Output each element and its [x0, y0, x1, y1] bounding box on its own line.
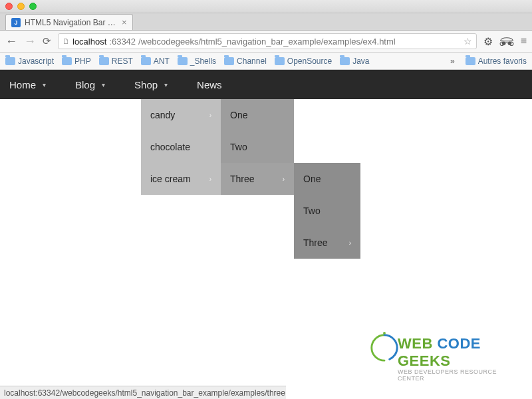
- dropdown-item-label: Two: [230, 142, 247, 152]
- nav-item-shop[interactable]: Shop ▾: [134, 79, 168, 90]
- bookmark-overflow-icon[interactable]: »: [450, 57, 455, 66]
- page-icon: 🗋: [63, 37, 70, 45]
- browser-tab-active[interactable]: J HTML5 Navigation Bar Exa ×: [5, 14, 133, 30]
- chevron-right-icon: ›: [349, 239, 351, 247]
- browser-toolbar: ← → ⟳ 🗋 localhost:63342/webcodegeeks/htm…: [0, 31, 532, 53]
- bookmarks-bar: Javascript PHP REST ANT _Shells Channel …: [0, 53, 532, 70]
- folder-icon: [99, 57, 109, 65]
- chevron-down-icon: ▾: [102, 81, 105, 88]
- dropdown-three: One Two Three ›: [294, 163, 360, 259]
- nav-item-home[interactable]: Home ▾: [9, 79, 46, 90]
- dropdown-item-label: Two: [303, 205, 321, 216]
- svg-point-1: [507, 42, 511, 46]
- dropdown-item-label: One: [303, 174, 321, 184]
- bookmark-opensource[interactable]: OpenSource: [275, 57, 332, 66]
- folder-icon: [141, 57, 151, 65]
- window-close-button[interactable]: [5, 3, 13, 10]
- browser-window: J HTML5 Navigation Bar Exa × ← → ⟳ 🗋 loc…: [0, 0, 532, 399]
- settings-gear-icon[interactable]: ⚙: [483, 35, 493, 48]
- dropdown-shop: candy › chocolate ice cream ›: [141, 99, 221, 195]
- watermark-logo: WEB CODE GEEKS WEB DEVELOPERS RESOURCE C…: [398, 335, 524, 382]
- nav-item-label: Blog: [75, 79, 95, 90]
- folder-icon: [62, 57, 72, 65]
- url-path: /webcodegeeks/html5_navigation_bar_examp…: [138, 37, 396, 47]
- url-port: :63342: [109, 37, 136, 47]
- folder-icon: [466, 57, 475, 65]
- nav-forward-button[interactable]: →: [24, 35, 36, 47]
- nav-item-news[interactable]: News: [197, 79, 222, 90]
- nav-item-label: Shop: [134, 79, 158, 90]
- folder-icon: [178, 57, 188, 65]
- status-text: localhost:63342/webcodegeeks/html5_navig…: [4, 388, 286, 398]
- tab-title: HTML5 Navigation Bar Exa: [25, 18, 118, 27]
- bookmark-shells[interactable]: _Shells: [178, 57, 216, 66]
- nav-item-label: News: [197, 79, 222, 90]
- window-minimize-button[interactable]: [17, 3, 25, 10]
- folder-icon: [340, 57, 350, 65]
- bookmark-star-icon[interactable]: ☆: [464, 36, 472, 47]
- bookmark-javascript[interactable]: Javascript: [5, 57, 54, 66]
- chevron-right-icon: ›: [283, 176, 285, 183]
- svg-point-0: [502, 42, 506, 46]
- nav-reload-button[interactable]: ⟳: [43, 35, 51, 47]
- dropdown-item-chocolate[interactable]: chocolate: [141, 131, 221, 163]
- folder-icon: [224, 57, 234, 65]
- dropdown-item-three[interactable]: Three ›: [294, 227, 360, 259]
- dropdown-icecream: One Two Three ›: [221, 99, 294, 195]
- folder-icon: [275, 57, 285, 65]
- main-nav: Home ▾ Blog ▾ Shop ▾ News: [0, 70, 532, 99]
- incognito-icon: [499, 37, 514, 46]
- dropdown-item-two[interactable]: Two: [294, 195, 360, 227]
- tab-strip: J HTML5 Navigation Bar Exa ×: [0, 13, 532, 31]
- tab-close-icon[interactable]: ×: [122, 17, 127, 27]
- nav-item-blog[interactable]: Blog ▾: [75, 79, 105, 90]
- watermark-subtitle: WEB DEVELOPERS RESOURCE CENTER: [398, 368, 524, 382]
- nav-item-label: Home: [9, 79, 36, 90]
- dropdown-item-label: candy: [150, 110, 175, 120]
- window-zoom-button[interactable]: [29, 3, 37, 10]
- dropdown-item-one[interactable]: One: [221, 99, 294, 131]
- dropdown-item-label: Three: [230, 174, 255, 184]
- traffic-lights: [5, 3, 37, 10]
- dropdown-item-three[interactable]: Three ›: [221, 163, 294, 195]
- status-bar: localhost:63342/webcodegeeks/html5_navig…: [0, 386, 286, 399]
- bookmark-rest[interactable]: REST: [99, 57, 133, 66]
- bookmark-other[interactable]: Autres favoris: [466, 57, 527, 66]
- dropdown-item-label: chocolate: [150, 142, 190, 152]
- dropdown-item-icecream[interactable]: ice cream ›: [141, 163, 221, 195]
- dropdown-item-label: ice cream: [150, 174, 191, 184]
- chevron-right-icon: ›: [209, 176, 211, 183]
- bookmark-java[interactable]: Java: [340, 57, 369, 66]
- nav-back-button[interactable]: ←: [5, 35, 17, 47]
- dropdown-item-two[interactable]: Two: [221, 131, 294, 163]
- chevron-down-icon: ▾: [164, 81, 168, 88]
- dropdown-item-label: Three: [303, 237, 328, 248]
- page-viewport: Home ▾ Blog ▾ Shop ▾ News candy › chocol…: [0, 70, 532, 386]
- chevron-down-icon: ▾: [43, 81, 46, 88]
- bookmark-ant[interactable]: ANT: [141, 57, 170, 66]
- watermark-title: WEB CODE GEEKS: [398, 335, 524, 370]
- dropdown-item-one[interactable]: One: [294, 163, 360, 195]
- window-titlebar: [0, 0, 532, 13]
- watermark-swirl-icon: [368, 331, 400, 363]
- url-host: localhost: [72, 37, 106, 47]
- bookmark-channel[interactable]: Channel: [224, 57, 267, 66]
- chevron-right-icon: ›: [209, 112, 211, 119]
- bookmark-php[interactable]: PHP: [62, 57, 91, 66]
- folder-icon: [5, 57, 15, 65]
- tab-favicon: J: [11, 18, 21, 27]
- dropdown-item-candy[interactable]: candy ›: [141, 99, 221, 131]
- chrome-menu-icon[interactable]: ≡: [521, 35, 527, 47]
- svg-point-2: [383, 332, 386, 334]
- address-bar[interactable]: 🗋 localhost:63342/webcodegeeks/html5_nav…: [58, 33, 477, 49]
- dropdown-item-label: One: [230, 110, 247, 120]
